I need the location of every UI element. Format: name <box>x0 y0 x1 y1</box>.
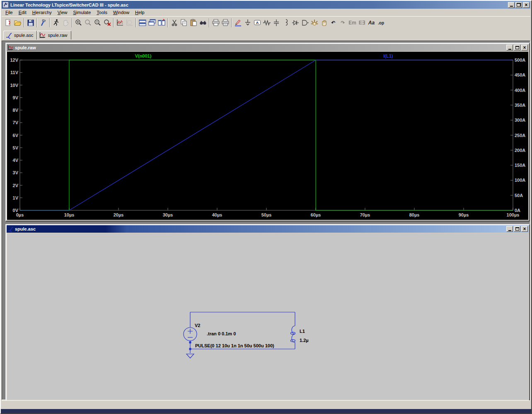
autorange-y-axis-button[interactable] <box>115 18 125 28</box>
cut-button[interactable] <box>169 18 179 28</box>
copy-button[interactable] <box>179 18 189 28</box>
inductor-refdes[interactable]: L1 <box>300 329 305 334</box>
inductor-value[interactable]: 1.2µ <box>300 338 309 343</box>
copy-icon <box>180 19 188 27</box>
schematic-minimize-button[interactable] <box>506 226 513 232</box>
x-tick-label: 70µs <box>360 212 370 217</box>
toolbar-separator <box>135 18 136 27</box>
mirror-icon: Em <box>348 20 356 26</box>
diode-button[interactable] <box>290 18 300 28</box>
y-right-tick-label: 500A <box>515 58 525 63</box>
waveform-minimize-button[interactable] <box>506 45 513 51</box>
print-button[interactable] <box>220 18 230 28</box>
component-button[interactable] <box>300 18 310 28</box>
text-button[interactable]: Aa <box>367 18 376 28</box>
trace-V(n001)[interactable] <box>20 60 513 210</box>
waveform-close-button[interactable]: × <box>521 45 528 51</box>
trace-I(L1)[interactable] <box>20 60 513 210</box>
schematic-doc-icon <box>7 226 14 232</box>
toolbar-separator <box>167 18 168 27</box>
waveform-window-titlebar[interactable]: spule.raw × <box>7 44 529 51</box>
y-left-tick-label: 8V <box>13 108 19 113</box>
menu-edit[interactable]: Edit <box>16 9 29 16</box>
label-net-icon: A <box>253 19 261 27</box>
new-schematic-button[interactable] <box>3 18 13 28</box>
y-left-tick-label: 9V <box>13 95 19 100</box>
open-button[interactable] <box>13 18 22 28</box>
capacitor-button[interactable] <box>271 18 281 28</box>
menu-tools[interactable]: Tools <box>94 9 110 16</box>
waveform-window: spule.raw × 0µs10µs20µs30µs40µs50µs60µs7… <box>5 43 530 221</box>
redo-button[interactable]: ↷ <box>338 18 348 28</box>
tran-directive[interactable]: .tran 0 0.1m 0 <box>207 331 236 336</box>
app-close-button[interactable]: × <box>523 2 530 8</box>
move-icon <box>310 19 319 27</box>
minimize-icon <box>510 6 513 7</box>
redo-icon: ↷ <box>341 20 345 26</box>
drag-button[interactable] <box>319 18 329 28</box>
toolbar: A↶↷EmE∃Aa.op <box>2 16 530 29</box>
zoom-out-icon <box>94 19 102 27</box>
print-setup-icon <box>212 19 220 27</box>
resistor-button[interactable] <box>262 18 271 28</box>
menu-hierarchy[interactable]: Hierarchy <box>29 9 55 16</box>
mirror-button[interactable]: Em <box>348 18 357 28</box>
y-right-tick-label: 0A <box>515 208 520 213</box>
y-right-tick-label: 50A <box>515 193 523 198</box>
schematic-window-titlebar[interactable]: spule.asc × <box>7 225 529 233</box>
y-right-tick-label: 400A <box>515 88 525 93</box>
y-left-tick-label: 0V <box>13 208 19 213</box>
run-button[interactable] <box>51 18 61 28</box>
wire-button[interactable] <box>233 18 243 28</box>
y-left-tick-label: 3V <box>13 170 19 175</box>
menu-simulate[interactable]: Simulate <box>70 9 94 16</box>
schematic-close-button[interactable]: × <box>521 226 528 232</box>
halt-button[interactable] <box>61 18 70 28</box>
waveform-doc-icon <box>39 32 46 39</box>
waveform-maximize-button[interactable] <box>514 45 520 51</box>
rotate-button[interactable]: E∃ <box>357 18 367 28</box>
find-button[interactable] <box>198 18 208 28</box>
app-minimize-button[interactable] <box>508 2 515 8</box>
tile-vertically-button[interactable] <box>157 18 166 28</box>
ground-button[interactable] <box>243 18 252 28</box>
source-value[interactable]: PULSE(0 12 10u 1n 1n 50u 500u 100) <box>195 343 274 348</box>
cascade-windows-button[interactable] <box>147 18 157 28</box>
schematic-canvas[interactable]: V2 .tran 0 0.1m 0 PULSE(0 12 10u 1n 1n 5… <box>7 233 528 400</box>
schematic-window: spule.asc × <box>5 224 530 401</box>
app-titlebar[interactable]: Linear Technology LTspice/SwitcherCAD II… <box>2 1 530 9</box>
spice-directive-icon: .op <box>378 21 384 25</box>
schematic-maximize-button[interactable] <box>514 226 520 232</box>
move-button[interactable] <box>310 18 319 28</box>
menu-help[interactable]: Help <box>132 9 148 16</box>
zoom-full-extents-button[interactable] <box>102 18 112 28</box>
save-button[interactable] <box>26 18 35 28</box>
label-net-button[interactable]: A <box>252 18 262 28</box>
y-left-tick-label: 6V <box>13 133 19 138</box>
ground-symbol[interactable] <box>186 354 194 358</box>
inductor-button[interactable] <box>281 18 290 28</box>
zoom-out-button[interactable] <box>93 18 102 28</box>
waveform-plot-area[interactable]: 0µs10µs20µs30µs40µs50µs60µs70µs80µs90µs1… <box>7 52 528 220</box>
menu-file[interactable]: File <box>2 9 16 16</box>
source-refdes[interactable]: V2 <box>195 323 200 328</box>
menu-window[interactable]: Window <box>110 9 132 16</box>
tile-windows-button[interactable] <box>138 18 147 28</box>
zoom-back-button[interactable] <box>83 18 93 28</box>
print-icon <box>221 19 230 27</box>
plot-settings-button[interactable] <box>125 18 134 28</box>
y-right-tick-label: 450A <box>515 72 525 77</box>
app-restore-button[interactable] <box>515 2 522 8</box>
zoom-area-button[interactable] <box>74 18 83 28</box>
tab-spule.asc[interactable]: spule.asc <box>3 31 37 40</box>
spice-directive-button[interactable]: .op <box>376 18 386 28</box>
x-tick-label: 20µs <box>114 212 124 217</box>
undo-button[interactable]: ↶ <box>329 18 338 28</box>
paste-button[interactable] <box>189 18 198 28</box>
menu-view[interactable]: View <box>55 9 70 16</box>
control-panel-button[interactable] <box>39 18 48 28</box>
document-tab-bar: spule.ascspule.raw <box>2 29 530 41</box>
print-setup-button[interactable] <box>211 18 220 28</box>
cut-icon <box>170 19 179 27</box>
tab-spule.raw[interactable]: spule.raw <box>37 31 71 40</box>
